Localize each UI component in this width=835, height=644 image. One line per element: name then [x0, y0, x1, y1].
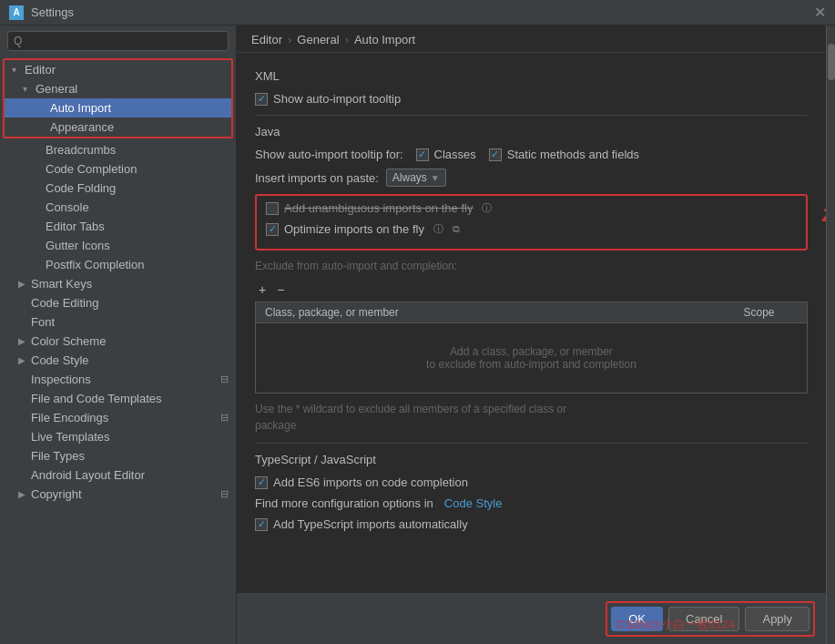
sidebar-item-live-templates[interactable]: Live Templates: [0, 427, 236, 446]
add-unambiguous-checkbox[interactable]: [266, 202, 279, 215]
xml-section-header: XML: [255, 69, 808, 83]
config-icon: ⊟: [220, 412, 229, 424]
static-methods-checkbox-label[interactable]: Static methods and fields: [489, 148, 639, 161]
sidebar-item-editor[interactable]: ▾ Editor: [5, 60, 231, 79]
search-icon: Q: [14, 35, 22, 47]
expand-arrow: ▶: [18, 336, 31, 346]
right-scrollbar[interactable]: [826, 26, 835, 644]
sidebar-item-appearance[interactable]: Appearance: [5, 118, 231, 137]
wildcard-line2: package: [255, 417, 808, 434]
info-icon-optimize: ⓘ: [433, 222, 443, 236]
add-exclude-button[interactable]: +: [255, 281, 270, 298]
sidebar-item-label: Code Folding: [46, 181, 229, 195]
show-auto-import-tooltip-xml-checkbox[interactable]: [255, 93, 268, 106]
sidebar: Q 1 ▾ Editor ▾ General Auto Import: [0, 26, 237, 644]
breadcrumb-part-editor: Editor: [251, 33, 282, 46]
wildcard-hint: Use the * wildcard to exclude all member…: [255, 401, 808, 434]
sidebar-item-inspections[interactable]: Inspections ⊟: [0, 370, 236, 389]
sidebar-item-file-encodings[interactable]: File Encodings ⊟: [0, 408, 236, 427]
add-unambiguous-label[interactable]: Add unambiguous imports on the fly ⓘ: [266, 201, 492, 215]
show-auto-import-tooltip-xml-text: Show auto-import tooltip: [273, 92, 401, 106]
add-typescript-row: Add TypeScript imports automatically: [255, 517, 808, 531]
static-methods-checkbox[interactable]: [489, 148, 502, 161]
sidebar-item-label: Appearance: [50, 120, 224, 134]
code-style-link[interactable]: Code Style: [444, 496, 503, 510]
title-bar: A Settings ✕: [0, 0, 835, 26]
expand-arrow: ▶: [18, 355, 31, 365]
sidebar-item-label: Font: [31, 315, 229, 329]
expand-arrow-general: ▾: [23, 84, 36, 94]
insert-imports-dropdown[interactable]: Always ▼: [386, 169, 446, 187]
wildcard-line1: Use the * wildcard to exclude all member…: [255, 401, 808, 417]
sidebar-item-code-editing[interactable]: Code Editing: [0, 293, 236, 312]
add-unambiguous-text: Add unambiguous imports on the fly: [284, 201, 473, 215]
show-tooltip-for-row: Show auto-import tooltip for: Classes St…: [255, 148, 808, 161]
add-typescript-label[interactable]: Add TypeScript imports automatically: [255, 517, 468, 531]
sidebar-item-code-completion[interactable]: Code Completion: [0, 159, 236, 179]
close-button[interactable]: ✕: [814, 5, 826, 20]
auto-import-options-box: 2 Add unambiguous imports on the fly ⓘ O…: [255, 194, 808, 250]
classes-checkbox-label[interactable]: Classes: [416, 148, 476, 161]
sidebar-item-auto-import[interactable]: Auto Import: [5, 98, 231, 118]
sidebar-item-label: Gutter Icons: [46, 239, 229, 252]
sidebar-item-general[interactable]: ▾ General: [5, 79, 231, 98]
search-input[interactable]: [25, 35, 222, 47]
find-more-row: Find more configuration options in Code …: [255, 496, 808, 510]
cancel-button[interactable]: Cancel: [668, 607, 739, 631]
sidebar-item-label: Color Scheme: [31, 334, 229, 348]
sidebar-item-label: File Types: [31, 449, 229, 463]
footer-button-group: 3 OK Cancel Apply: [606, 601, 815, 637]
optimize-imports-text: Optimize imports on the fly: [284, 222, 424, 236]
footer: 3 OK Cancel Apply: [237, 593, 826, 644]
insert-imports-value: Always: [392, 171, 427, 184]
ok-button[interactable]: OK: [611, 607, 663, 631]
sidebar-item-label: Breadcrumbs: [46, 143, 229, 157]
sidebar-item-android-layout-editor[interactable]: Android Layout Editor: [0, 465, 236, 485]
empty-line2: to exclude from auto-import and completi…: [283, 358, 779, 371]
sidebar-item-file-types[interactable]: File Types: [0, 446, 236, 465]
search-box[interactable]: Q: [7, 31, 229, 51]
apply-button[interactable]: Apply: [745, 607, 810, 631]
optimize-imports-label[interactable]: Optimize imports on the fly ⓘ ⧉: [266, 222, 460, 236]
table-empty-row: Add a class, package, or member to exclu…: [256, 323, 808, 394]
settings-icon-optimize: ⧉: [453, 223, 460, 235]
sidebar-item-copyright[interactable]: ▶ Copyright ⊟: [0, 485, 236, 504]
breadcrumb-part-general: General: [297, 33, 339, 46]
sidebar-item-breadcrumbs[interactable]: Breadcrumbs: [0, 140, 236, 159]
exclude-header: Exclude from auto-import and completion:: [255, 258, 808, 274]
sidebar-item-file-code-templates[interactable]: File and Code Templates: [0, 389, 236, 408]
sidebar-item-color-scheme[interactable]: ▶ Color Scheme: [0, 332, 236, 351]
sidebar-item-editor-tabs[interactable]: Editor Tabs: [0, 217, 236, 236]
add-es6-label[interactable]: Add ES6 imports on code completion: [255, 475, 468, 489]
sidebar-item-label: Copyright: [31, 487, 217, 501]
scrollbar-thumb[interactable]: [828, 44, 835, 80]
show-tooltip-for-label: Show auto-import tooltip for:: [255, 148, 403, 161]
sidebar-item-code-folding[interactable]: Code Folding: [0, 179, 236, 198]
column-header-scope: Scope: [735, 302, 808, 323]
show-auto-import-tooltip-xml-label[interactable]: Show auto-import tooltip: [255, 92, 401, 106]
sidebar-item-font[interactable]: Font: [0, 312, 236, 332]
sidebar-item-gutter-icons[interactable]: Gutter Icons: [0, 236, 236, 255]
sidebar-item-postfix-completion[interactable]: Postfix Completion: [0, 255, 236, 274]
table-toolbar: + −: [255, 281, 808, 298]
add-typescript-checkbox[interactable]: [255, 518, 268, 531]
sidebar-item-code-style[interactable]: ▶ Code Style: [0, 351, 236, 370]
table-empty-text: Add a class, package, or member to exclu…: [265, 327, 798, 389]
find-more-text: Find more configuration options in: [255, 496, 433, 510]
add-es6-checkbox[interactable]: [255, 476, 268, 489]
remove-exclude-button[interactable]: −: [273, 281, 288, 298]
sidebar-item-console[interactable]: Console: [0, 198, 236, 217]
sidebar-item-label: Auto Import: [50, 101, 224, 115]
settings-scroll-area: XML Show auto-import tooltip Java Show a…: [237, 53, 826, 593]
sidebar-item-label: Postfix Completion: [46, 258, 229, 271]
add-es6-row: Add ES6 imports on code completion: [255, 475, 808, 489]
sidebar-item-label: File and Code Templates: [31, 392, 229, 405]
static-methods-label: Static methods and fields: [507, 148, 639, 161]
sidebar-item-smart-keys[interactable]: ▶ Smart Keys: [0, 274, 236, 293]
optimize-imports-checkbox[interactable]: [266, 223, 279, 236]
sidebar-item-label: Smart Keys: [31, 277, 229, 291]
breadcrumb: Editor › General › Auto Import: [237, 26, 826, 53]
typescript-section-header: TypeScript / JavaScript: [255, 453, 808, 466]
sidebar-item-label: Code Completion: [46, 162, 229, 176]
classes-checkbox[interactable]: [416, 148, 429, 161]
